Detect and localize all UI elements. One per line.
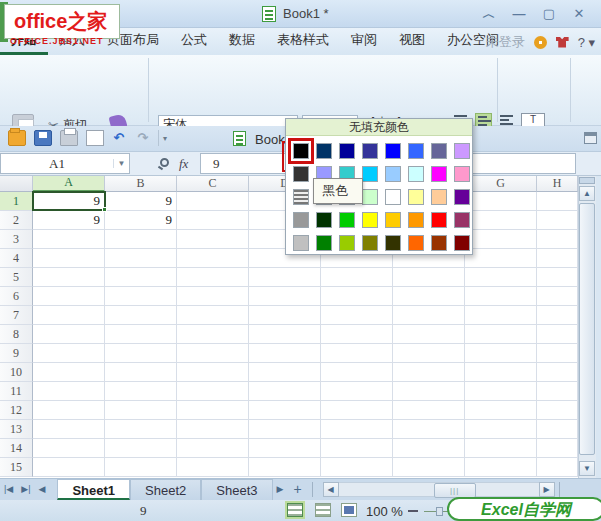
normal-view-button[interactable] — [287, 503, 303, 517]
cell-A13[interactable] — [33, 420, 105, 439]
page-break-view-button[interactable] — [315, 503, 331, 517]
collapse-ribbon-button[interactable]: ︿ — [478, 7, 500, 22]
color-swatch-C0C0C0[interactable] — [293, 235, 309, 251]
color-swatch-333300[interactable] — [385, 235, 401, 251]
cell-H13[interactable] — [537, 420, 578, 439]
color-swatch-993300[interactable] — [431, 235, 447, 251]
cell-G7[interactable] — [465, 306, 537, 325]
color-swatch-3366FF[interactable] — [408, 143, 424, 159]
color-swatch-660099[interactable] — [454, 189, 470, 205]
sheet-tab-Sheet2[interactable]: Sheet2 — [130, 479, 201, 500]
row-header-4[interactable]: 4 — [0, 249, 33, 268]
horizontal-scroll-track[interactable]: ||| — [339, 482, 539, 497]
cell-G12[interactable] — [465, 401, 537, 420]
cell-A10[interactable] — [33, 363, 105, 382]
cell-D14[interactable] — [249, 439, 321, 458]
vertical-scroll-thumb[interactable] — [579, 203, 595, 455]
cell-H12[interactable] — [537, 401, 578, 420]
cell-H2[interactable] — [537, 211, 578, 230]
cell-G2[interactable] — [465, 211, 537, 230]
cell-F14[interactable] — [393, 439, 465, 458]
sheet-tab-Sheet1[interactable]: Sheet1 — [57, 479, 130, 500]
zoom-out-button[interactable] — [408, 510, 418, 512]
color-swatch-CCFFFF[interactable] — [408, 166, 424, 182]
cell-F15[interactable] — [393, 458, 465, 477]
select-all-corner[interactable] — [0, 176, 33, 192]
cell-F9[interactable] — [393, 344, 465, 363]
color-swatch-FFFF99[interactable] — [408, 189, 424, 205]
cell-D5[interactable] — [249, 268, 321, 287]
cell-A2[interactable]: 9 — [33, 211, 105, 230]
cell-B13[interactable] — [105, 420, 177, 439]
undo-icon[interactable]: ↶ — [110, 130, 128, 146]
scroll-down-button[interactable]: ▼ — [579, 461, 595, 476]
cell-A11[interactable] — [33, 382, 105, 401]
open-icon[interactable] — [8, 130, 26, 146]
cell-D10[interactable] — [249, 363, 321, 382]
cell-E6[interactable] — [321, 287, 393, 306]
cell-G8[interactable] — [465, 325, 537, 344]
cell-G9[interactable] — [465, 344, 537, 363]
cell-B6[interactable] — [105, 287, 177, 306]
task-pane-toggle-icon[interactable] — [584, 132, 597, 144]
scroll-up-button[interactable]: ▲ — [579, 186, 595, 201]
row-header-12[interactable]: 12 — [0, 401, 33, 420]
split-handle[interactable] — [579, 177, 595, 184]
color-swatch-808080[interactable] — [293, 189, 309, 205]
color-swatch-CCFFCC[interactable] — [362, 189, 378, 205]
color-swatch-FFCC00[interactable] — [385, 212, 401, 228]
redo-icon[interactable]: ↷ — [134, 130, 152, 146]
cell-G13[interactable] — [465, 420, 537, 439]
color-swatch-FF6600[interactable] — [408, 235, 424, 251]
menu-tab-3[interactable]: 公式 — [170, 26, 218, 55]
cell-E8[interactable] — [321, 325, 393, 344]
cell-H1[interactable] — [537, 192, 578, 211]
cell-H8[interactable] — [537, 325, 578, 344]
sheet-tab-Sheet3[interactable]: Sheet3 — [201, 479, 272, 500]
cell-C13[interactable] — [177, 420, 249, 439]
cell-H3[interactable] — [537, 230, 578, 249]
row-header-13[interactable]: 13 — [0, 420, 33, 439]
cell-B15[interactable] — [105, 458, 177, 477]
cell-H10[interactable] — [537, 363, 578, 382]
horizontal-scroll-thumb[interactable]: ||| — [434, 483, 476, 498]
cell-C12[interactable] — [177, 401, 249, 420]
cell-B7[interactable] — [105, 306, 177, 325]
cell-B9[interactable] — [105, 344, 177, 363]
cell-F5[interactable] — [393, 268, 465, 287]
cell-B10[interactable] — [105, 363, 177, 382]
menu-tab-4[interactable]: 数据 — [218, 26, 266, 55]
cell-C5[interactable] — [177, 268, 249, 287]
help-button[interactable]: ? ▾ — [578, 35, 595, 50]
quickbar-dropdown-icon[interactable]: ▾ — [163, 134, 167, 143]
cell-H6[interactable] — [537, 287, 578, 306]
cell-D13[interactable] — [249, 420, 321, 439]
color-swatch-333399[interactable] — [362, 143, 378, 159]
cell-C10[interactable] — [177, 363, 249, 382]
cell-E14[interactable] — [321, 439, 393, 458]
first-sheet-button[interactable]: |◀ — [0, 479, 17, 500]
column-header-B[interactable]: B — [105, 176, 177, 192]
color-swatch-FF99CC[interactable] — [454, 166, 470, 182]
color-swatch-003300[interactable] — [316, 212, 332, 228]
cell-F8[interactable] — [393, 325, 465, 344]
prev-sheet-button[interactable]: ◀ — [35, 479, 50, 500]
print-icon[interactable] — [60, 130, 78, 146]
cell-C14[interactable] — [177, 439, 249, 458]
chevron-down-icon[interactable]: ▼ — [113, 159, 129, 168]
cell-C6[interactable] — [177, 287, 249, 306]
cell-G1[interactable] — [465, 192, 537, 211]
cell-B2[interactable]: 9 — [105, 211, 177, 230]
color-swatch-008000[interactable] — [316, 235, 332, 251]
row-header-6[interactable]: 6 — [0, 287, 33, 306]
cell-E13[interactable] — [321, 420, 393, 439]
cell-A5[interactable] — [33, 268, 105, 287]
skin-icon[interactable] — [556, 37, 569, 48]
cell-A1[interactable]: 9 — [33, 192, 105, 211]
cell-C7[interactable] — [177, 306, 249, 325]
cell-B1[interactable]: 9 — [105, 192, 177, 211]
cell-H15[interactable] — [537, 458, 578, 477]
cell-B11[interactable] — [105, 382, 177, 401]
cell-H5[interactable] — [537, 268, 578, 287]
column-header-C[interactable]: C — [177, 176, 249, 192]
